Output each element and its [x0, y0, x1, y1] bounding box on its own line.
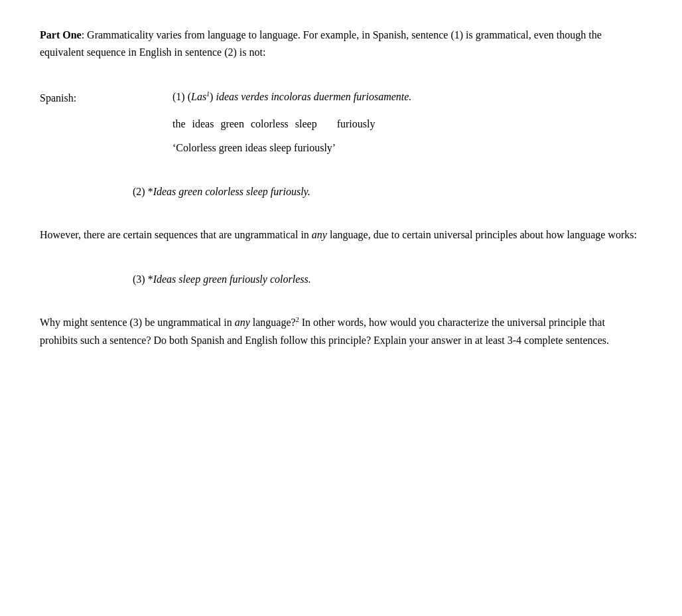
sentence-3-row: (3) *Ideas sleep green furiously colorle… — [40, 271, 642, 288]
sentence-2-prefix: (2) * — [133, 186, 153, 197]
gloss-colorless: colorless — [251, 116, 289, 133]
part-one-bold: Part One — [40, 29, 82, 40]
spanish-section: Spanish: (1) (Las1) ideas verdes incolor… — [40, 88, 642, 157]
why-paragraph: Why might sentence (3) be ungrammatical … — [40, 314, 642, 349]
gloss-ideas: ideas — [192, 116, 214, 133]
sentence-3-italic: Ideas sleep green furiously colorless. — [153, 273, 311, 285]
sentence-2-italic: Ideas green colorless sleep furiously. — [153, 186, 310, 197]
translation-text: ‘Colorless green ideas sleep furiously’ — [172, 142, 336, 153]
sentence-1-prefix: (1) ( — [172, 91, 191, 102]
sentence-1: (1) (Las1) ideas verdes incoloras duerme… — [133, 88, 642, 106]
however-italic: any — [312, 229, 327, 240]
sentence-1-las: Las — [191, 91, 206, 102]
gloss-sleep: sleep — [295, 116, 317, 133]
page-content: Part One: Grammaticality varies from lan… — [40, 27, 642, 349]
intro-paragraph: Part One: Grammaticality varies from lan… — [40, 27, 642, 62]
intro-text: : Grammaticality varies from language to… — [40, 29, 602, 58]
sentence-1-rest: ideas verdes incoloras duermen furiosame… — [213, 91, 411, 102]
however-paragraph: However, there are certain sequences tha… — [40, 226, 642, 244]
however-text2: language, due to certain universal princ… — [327, 229, 637, 240]
why-text2: language? — [250, 317, 296, 328]
gloss-green: green — [220, 116, 244, 133]
gloss-words: the ideas green colorless sleep furiousl… — [172, 116, 375, 133]
gloss-row: the ideas green colorless sleep furiousl… — [40, 116, 642, 133]
translation-row: ‘Colorless green ideas sleep furiously’ — [40, 139, 642, 157]
spanish-label: Spanish: — [40, 88, 133, 107]
gloss-furiously: furiously — [337, 116, 375, 133]
spanish-label-row: Spanish: (1) (Las1) ideas verdes incolor… — [40, 88, 642, 107]
however-text1: However, there are certain sequences tha… — [40, 229, 312, 240]
gloss-the: the — [172, 116, 186, 133]
why-text1: Why might sentence (3) be ungrammatical … — [40, 317, 235, 328]
sentence-3-prefix: (3) * — [133, 273, 153, 285]
sentence-2-row: (2) *Ideas green colorless sleep furious… — [40, 183, 642, 200]
why-italic1: any — [235, 317, 250, 328]
